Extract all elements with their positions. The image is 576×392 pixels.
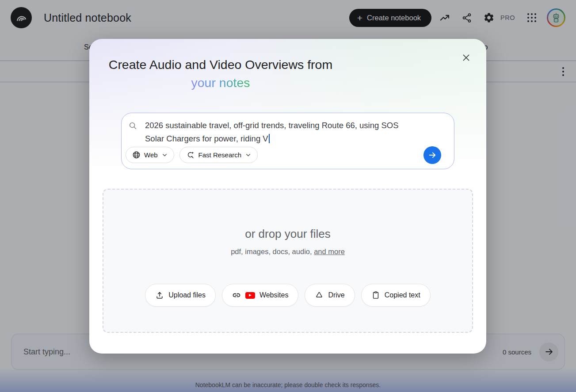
text-cursor	[269, 134, 270, 143]
dialog-title-highlight: your notes	[191, 76, 250, 90]
drive-label: Drive	[328, 291, 344, 299]
copied-text-button[interactable]: Copied text	[361, 284, 431, 307]
dialog-title-line1: Create Audio and Video Overviews from	[109, 57, 332, 72]
drop-zone-heading: or drop your files	[103, 227, 472, 241]
query-text-line2: Solar Chargers for power, riding V	[145, 132, 427, 145]
close-icon	[462, 53, 471, 62]
search-icon	[128, 121, 137, 130]
drive-button[interactable]: Drive	[305, 284, 355, 307]
upload-files-label: Upload files	[168, 291, 206, 299]
source-scope-dropdown[interactable]: Web	[126, 147, 174, 163]
create-overviews-dialog: Create Audio and Video Overviews fromyou…	[89, 39, 486, 354]
query-option-chips: Web Fast Research	[126, 147, 258, 163]
research-query-input[interactable]: 2026 sustainable travel, off-grid trends…	[121, 113, 454, 169]
globe-icon	[132, 151, 141, 159]
upload-files-button[interactable]: Upload files	[145, 284, 216, 307]
drop-zone-subtext: pdf, images, docs, audio, and more	[103, 247, 472, 256]
chevron-down-icon	[161, 152, 168, 158]
upload-icon	[155, 291, 164, 300]
link-icon	[232, 291, 241, 300]
source-scope-label: Web	[144, 151, 158, 159]
source-buttons-row: Upload files Websites Drive	[103, 284, 472, 307]
websites-label: Websites	[259, 291, 289, 299]
arrow-right-icon	[428, 151, 437, 160]
chevron-down-icon	[245, 152, 252, 158]
query-text-line1: 2026 sustainable travel, off-grid trends…	[145, 119, 427, 132]
youtube-icon	[245, 292, 255, 299]
drive-icon	[315, 291, 324, 300]
websites-button[interactable]: Websites	[222, 284, 299, 307]
submit-query-button[interactable]	[423, 146, 441, 164]
fast-research-icon	[186, 151, 195, 160]
research-mode-label: Fast Research	[198, 151, 242, 159]
close-button[interactable]	[459, 50, 473, 65]
dialog-title: Create Audio and Video Overviews fromyou…	[101, 56, 340, 92]
file-drop-zone[interactable]: or drop your files pdf, images, docs, au…	[103, 189, 473, 333]
copied-text-label: Copied text	[385, 291, 420, 299]
and-more-link[interactable]: and more	[314, 247, 345, 255]
clipboard-icon	[371, 291, 380, 300]
query-text[interactable]: 2026 sustainable travel, off-grid trends…	[145, 119, 427, 145]
research-mode-dropdown[interactable]: Fast Research	[179, 147, 258, 163]
